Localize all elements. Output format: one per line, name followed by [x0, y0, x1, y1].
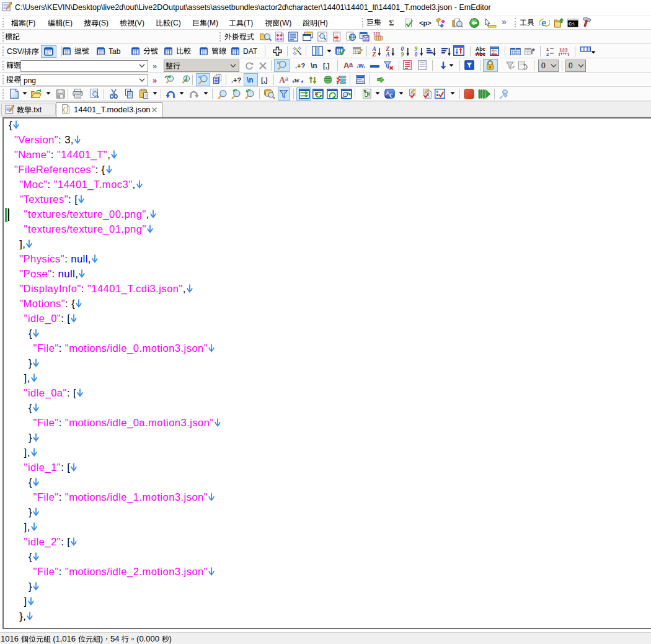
svg-text:123: 123 [559, 47, 568, 53]
svg-text:9: 9 [401, 51, 404, 57]
svg-text:0: 0 [415, 51, 418, 57]
svg-text:w: w [294, 76, 300, 84]
svg-text:A: A [386, 51, 390, 57]
svg-text:Z: Z [372, 51, 376, 57]
svg-text:123: 123 [373, 32, 380, 36]
svg-text:a: a [285, 74, 289, 82]
svg-text:C:\: C:\ [569, 22, 574, 26]
svg-text:2: 2 [546, 51, 549, 56]
